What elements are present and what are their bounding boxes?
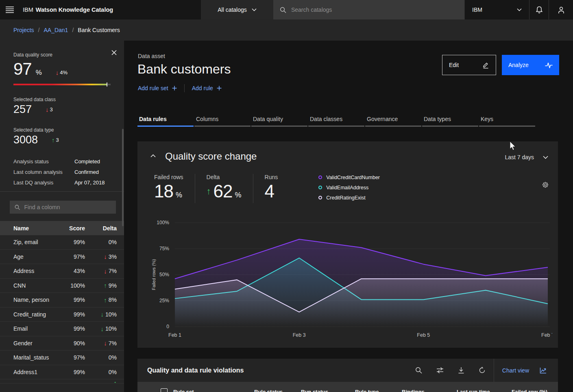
table-row[interactable]: Address43%↓7% <box>0 264 124 279</box>
svg-text:75%: 75% <box>159 246 169 251</box>
search-icon <box>15 204 20 210</box>
table-row-partial[interactable]: ↑ <box>0 379 124 383</box>
search-icon <box>280 6 286 13</box>
cell-delta: ↓7% <box>85 340 117 347</box>
hamburger-menu-button[interactable] <box>0 0 20 19</box>
data-class-delta: ↓ 3 <box>46 106 53 113</box>
legend-item[interactable]: ValidEmailAddress <box>318 182 380 193</box>
col-rule-set[interactable]: Rule set <box>173 389 254 392</box>
col-rule-status[interactable]: Rule status <box>254 389 301 392</box>
tab-data-classes[interactable]: Data classes <box>308 112 364 127</box>
cell-delta: 0% <box>85 369 117 375</box>
col-bindings[interactable]: Bindings <box>402 389 457 392</box>
legend-item[interactable]: CreditRatingExist <box>318 193 380 203</box>
cell-score: 43% <box>60 268 85 274</box>
table-row[interactable]: Marital_status97%0% <box>0 351 124 365</box>
col-header-score[interactable]: Score <box>60 225 85 232</box>
time-range-dropdown[interactable]: Last 7 days <box>505 154 548 160</box>
svg-text:Feb 5: Feb 5 <box>417 332 430 338</box>
svg-text:Failed rows (%): Failed rows (%) <box>151 259 156 290</box>
cell-score: 99% <box>60 311 85 318</box>
activity-icon <box>545 62 553 69</box>
search-catalogs-input[interactable] <box>291 6 458 13</box>
tab-keys[interactable]: Keys <box>479 112 535 127</box>
table-row[interactable]: Age97%↓3% <box>0 250 124 264</box>
cell-delta: 0% <box>85 354 117 361</box>
svg-text:0: 0 <box>166 324 169 329</box>
divider <box>253 174 253 203</box>
delta-stat: Delta ↑ 62 % <box>207 174 253 201</box>
account-label: IBM <box>472 6 482 13</box>
search-icon <box>415 367 422 374</box>
quality-score-line-chart[interactable]: 025%50%75%100%Failed rows (%)Feb 1Feb 3F… <box>150 217 552 338</box>
selected-data-class: Selected data class 257 ↓ 3 <box>13 97 124 116</box>
sidebar-close-button[interactable] <box>109 48 118 57</box>
add-rule-link[interactable]: Add rule <box>192 85 222 91</box>
analyze-button[interactable]: Analyze <box>502 55 559 75</box>
cell-name: Address1 <box>13 369 60 375</box>
col-failed-row[interactable]: Failed row (%) <box>512 389 551 392</box>
breadcrumb-project[interactable]: AA_Dan1 <box>44 27 68 33</box>
col-last-run-time[interactable]: Last run time <box>457 389 512 392</box>
legend-label: ValidCreditCardNumber <box>326 175 380 180</box>
chart-settings-button[interactable] <box>542 181 549 188</box>
edit-button[interactable]: Edit <box>442 55 496 75</box>
quality-score-unit: % <box>36 69 42 77</box>
table-row[interactable]: Name, person99%↑8% <box>0 293 124 308</box>
tab-columns[interactable]: Columns <box>194 112 251 127</box>
asset-kind-label: Data asset <box>138 53 165 59</box>
table-row[interactable]: Gender90%↓7% <box>0 336 124 351</box>
notifications-button[interactable] <box>529 0 549 19</box>
tab-governance[interactable]: Governance <box>365 112 421 127</box>
user-profile-button[interactable] <box>549 0 573 19</box>
delta-value: 62 <box>214 181 233 201</box>
delta-unit: % <box>235 191 242 199</box>
cell-score: 97% <box>60 354 85 361</box>
status-value: Completed <box>74 158 100 165</box>
gear-icon <box>542 181 549 188</box>
cell-score: 99% <box>60 369 85 375</box>
select-all-checkbox[interactable] <box>161 388 168 392</box>
table-row[interactable]: Credit_rating99%↓10% <box>0 308 124 322</box>
col-run-status[interactable]: Run status <box>301 389 355 392</box>
table-row[interactable]: Address199%0% <box>0 365 124 380</box>
col-rule-type[interactable]: Rule type <box>355 389 402 392</box>
cell-delta: ↑9% <box>85 282 117 289</box>
table-row[interactable]: Zip, email99%0% <box>0 235 124 250</box>
all-catalogs-dropdown[interactable]: All catalogs <box>201 0 273 19</box>
table-search-button[interactable] <box>408 359 429 382</box>
quality-score-gauge-marker <box>107 82 107 87</box>
user-icon <box>558 6 565 14</box>
add-rule-set-label: Add rule set <box>138 85 168 91</box>
svg-text:Feb 3: Feb 3 <box>293 332 306 338</box>
plus-icon <box>172 86 177 91</box>
col-header-name[interactable]: Name <box>13 225 60 232</box>
breadcrumb: Projects / AA_Dan1 / Bank Customers <box>0 19 573 41</box>
breadcrumb-separator: / <box>38 27 40 33</box>
refresh-button[interactable] <box>472 359 493 382</box>
find-column-input[interactable] <box>24 204 111 210</box>
legend-swatch <box>318 175 322 179</box>
chart-card-header: Quality score change Last 7 days <box>137 141 558 167</box>
table-row[interactable]: CNN100%↑9% <box>0 279 124 293</box>
violations-toolbar-icons: Chart view <box>408 359 558 382</box>
collapse-button[interactable] <box>147 150 159 162</box>
tab-data-types[interactable]: Data types <box>422 112 478 127</box>
breadcrumb-projects[interactable]: Projects <box>13 27 34 33</box>
sidebar-scrollbar[interactable] <box>122 129 124 226</box>
add-rule-label: Add rule <box>192 85 213 91</box>
legend-item[interactable]: ValidCreditCardNumber <box>318 172 380 182</box>
download-button[interactable] <box>451 359 472 382</box>
failed-rows-label: Failed rows <box>154 174 183 180</box>
up-arrow-icon: ↑ <box>52 136 55 143</box>
add-rule-set-link[interactable]: Add rule set <box>138 85 177 91</box>
plus-icon <box>217 86 222 91</box>
col-header-delta[interactable]: Delta <box>85 225 117 232</box>
breadcrumb-current: Bank Customers <box>78 27 120 33</box>
chart-view-toggle[interactable]: Chart view <box>495 359 558 382</box>
account-dropdown[interactable]: IBM <box>464 0 529 19</box>
tab-data-rules[interactable]: Data rules <box>137 112 194 127</box>
filter-settings-button[interactable] <box>429 359 451 382</box>
tab-data-quality[interactable]: Data quality <box>251 112 307 127</box>
table-row[interactable]: Email99%↓10% <box>0 322 124 336</box>
